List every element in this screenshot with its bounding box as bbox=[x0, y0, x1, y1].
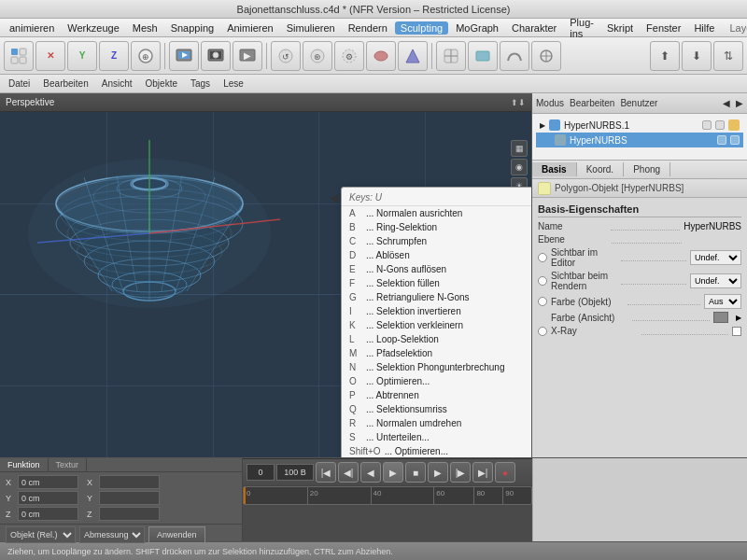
menu-rendern[interactable]: Rendern bbox=[343, 21, 393, 35]
rp-bearbeiten[interactable]: Bearbeiten bbox=[570, 98, 614, 108]
ctx-item-o[interactable]: O... Optimieren... bbox=[342, 374, 532, 388]
tl-btn-next[interactable]: ▶ bbox=[428, 462, 448, 483]
prop-checkbox-xray[interactable] bbox=[732, 327, 741, 336]
coord-input-z[interactable] bbox=[18, 507, 78, 521]
toolbar-btn-x[interactable]: ✕ bbox=[35, 41, 65, 71]
toolbar-btn-c[interactable]: ⚙ bbox=[334, 41, 364, 71]
toolbar-btn-1[interactable] bbox=[4, 41, 34, 71]
viewport-icon-1[interactable]: ⬆⬇ bbox=[511, 98, 526, 107]
ctx-item-l[interactable]: L... Loop-Selektion bbox=[342, 332, 532, 346]
prop-radio-sichtbar-rendern[interactable] bbox=[538, 276, 547, 286]
frame-input-right[interactable] bbox=[276, 464, 314, 481]
toolbar-right-btn-3[interactable]: ⇅ bbox=[713, 41, 743, 71]
ctx-item-f[interactable]: F... Selektion füllen bbox=[342, 276, 532, 290]
tl-btn-prev-key[interactable]: ◀| bbox=[338, 462, 359, 483]
ctx-item-r[interactable]: R... Normalen umdrehen bbox=[342, 416, 532, 430]
tl-btn-next-key[interactable]: |▶ bbox=[450, 462, 471, 483]
ctx-item-b[interactable]: B... Ring-Selektion bbox=[342, 220, 532, 234]
timeline-playhead[interactable] bbox=[244, 487, 246, 504]
ctx-item-a[interactable]: A... Normalen ausrichten bbox=[342, 206, 532, 220]
menu-snapping[interactable]: Snapping bbox=[165, 21, 220, 35]
toolbar-btn-z[interactable]: Z bbox=[99, 41, 129, 71]
toolbar2-lese[interactable]: Lese bbox=[218, 77, 248, 90]
menu-mograph[interactable]: MoGraph bbox=[450, 21, 504, 35]
menu-animieren[interactable]: animieren bbox=[4, 21, 60, 35]
ctx-item-s[interactable]: S... Unterteilen... bbox=[342, 430, 532, 444]
tree-item-hypernurbs1[interactable]: ▶ HyperNURBS.1 bbox=[536, 118, 743, 133]
toolbar-btn-b[interactable]: ⊛ bbox=[303, 41, 332, 71]
toolbar2-tags[interactable]: Tags bbox=[186, 77, 215, 90]
ctx-item-d[interactable]: D... Ablösen bbox=[342, 248, 532, 262]
coord-input-x[interactable] bbox=[18, 475, 78, 489]
tl-btn-end[interactable]: ▶| bbox=[472, 462, 493, 483]
toolbar-right-btn-1[interactable]: ⬆ bbox=[650, 41, 680, 71]
toolbar-btn-render3[interactable]: ▶ bbox=[233, 41, 262, 71]
tab-phong[interactable]: Phong bbox=[624, 162, 670, 176]
rp-modus[interactable]: Modus bbox=[536, 98, 564, 108]
ctx-item-c[interactable]: C... Schrumpfen bbox=[342, 234, 532, 248]
menu-charakter[interactable]: Charakter bbox=[506, 21, 562, 35]
rp-arrow-right[interactable]: ▶ bbox=[736, 98, 743, 108]
timeline-ruler[interactable]: 0 20 40 60 80 90 bbox=[243, 486, 532, 505]
coord-input-y2[interactable] bbox=[99, 491, 160, 505]
coord-input-x2[interactable] bbox=[99, 475, 160, 489]
lp-tab-funktion[interactable]: Funktion bbox=[0, 458, 49, 471]
toolbar-right-btn-2[interactable]: ⬇ bbox=[682, 41, 712, 71]
toolbar2-bearbeiten[interactable]: Bearbeiten bbox=[38, 77, 92, 90]
prop-select-sichtbar-editor[interactable]: Undef. An Aus bbox=[690, 250, 741, 265]
menu-werkzeuge[interactable]: Werkzeuge bbox=[62, 21, 124, 35]
prop-radio-xray[interactable] bbox=[538, 327, 547, 336]
toolbar2-datei[interactable]: Datei bbox=[4, 77, 35, 90]
ctx-item-q[interactable]: Q... Selektionsumriss bbox=[342, 402, 532, 416]
tab-koord[interactable]: Koord. bbox=[577, 162, 624, 176]
ctx-item-n[interactable]: N... Selektion Phongunterbrechung bbox=[342, 360, 532, 374]
prop-select-farbe-objekt[interactable]: Aus An bbox=[704, 294, 741, 309]
frame-input-left[interactable] bbox=[247, 464, 275, 481]
coord-input-y[interactable] bbox=[18, 491, 78, 505]
toolbar-btn-a[interactable]: ↺ bbox=[271, 41, 301, 71]
prop-color-arrow[interactable]: ▶ bbox=[736, 314, 741, 322]
toolbar-btn-h[interactable] bbox=[531, 41, 561, 71]
coord-input-z2[interactable] bbox=[99, 507, 160, 521]
toolbar2-objekte[interactable]: Objekte bbox=[141, 77, 182, 90]
ctx-item-g[interactable]: G... Retrianguliere N-Gons bbox=[342, 290, 532, 304]
viewport[interactable]: Perspektive ⬆⬇ bbox=[0, 93, 532, 457]
tl-btn-play[interactable]: ▶ bbox=[383, 462, 403, 483]
ctx-item-m[interactable]: M... Pfadselektion bbox=[342, 346, 532, 360]
menu-sculpting[interactable]: Sculpting bbox=[395, 21, 448, 35]
toolbar-btn-g[interactable] bbox=[468, 41, 498, 71]
lp-tab-textur[interactable]: Textur bbox=[49, 458, 88, 471]
ctx-item-i[interactable]: I... Selektion invertieren bbox=[342, 304, 532, 318]
toolbar-btn-y[interactable]: Y bbox=[67, 41, 97, 71]
toolbar-btn-d[interactable] bbox=[366, 41, 396, 71]
tl-btn-prev[interactable]: ◀ bbox=[360, 462, 381, 483]
prop-radio-sichtbar-editor[interactable] bbox=[538, 253, 547, 262]
menu-simulieren[interactable]: Simulieren bbox=[281, 21, 341, 35]
menu-skript[interactable]: Skript bbox=[601, 21, 639, 35]
vp-icon-grid[interactable]: ▦ bbox=[511, 140, 528, 157]
toolbar-btn-render1[interactable] bbox=[169, 41, 199, 71]
toolbar-btn-render2[interactable] bbox=[201, 41, 231, 71]
menu-plugins[interactable]: Plug-ins bbox=[564, 16, 599, 40]
toolbar-btn-sculpt[interactable] bbox=[500, 41, 529, 71]
menu-animieren2[interactable]: Animieren bbox=[221, 21, 279, 35]
prop-radio-farbe-objekt[interactable] bbox=[538, 297, 547, 306]
vp-icon-cam[interactable]: ◉ bbox=[511, 159, 528, 175]
prop-color-swatch[interactable] bbox=[713, 312, 728, 323]
tl-btn-start[interactable]: |◀ bbox=[316, 462, 336, 483]
menu-mesh[interactable]: Mesh bbox=[127, 21, 163, 35]
menu-fenster[interactable]: Fenster bbox=[641, 21, 686, 35]
tab-basis[interactable]: Basis bbox=[532, 162, 577, 176]
coord-obj-select[interactable]: Objekt (Rel.) Objekt (Abs.) bbox=[6, 526, 76, 543]
ctx-item-k[interactable]: K... Selektion verkleinern bbox=[342, 318, 532, 332]
toolbar-btn-f[interactable] bbox=[436, 41, 466, 71]
coord-meas-select[interactable]: Abmessung Position bbox=[79, 526, 145, 543]
rp-arrow-left[interactable]: ◀ bbox=[723, 98, 730, 108]
tl-btn-stop[interactable]: ■ bbox=[405, 462, 426, 483]
ctx-item-shifto[interactable]: Shift+O... Optimieren... bbox=[342, 444, 532, 457]
tl-btn-record[interactable]: ● bbox=[495, 462, 515, 483]
toolbar-btn-move[interactable]: ⊕ bbox=[131, 41, 161, 71]
tree-item-hypernurbs2[interactable]: HyperNURBS bbox=[536, 133, 743, 147]
rp-benutzer[interactable]: Benutzer bbox=[620, 98, 657, 108]
toolbar2-ansicht[interactable]: Ansicht bbox=[97, 77, 137, 90]
